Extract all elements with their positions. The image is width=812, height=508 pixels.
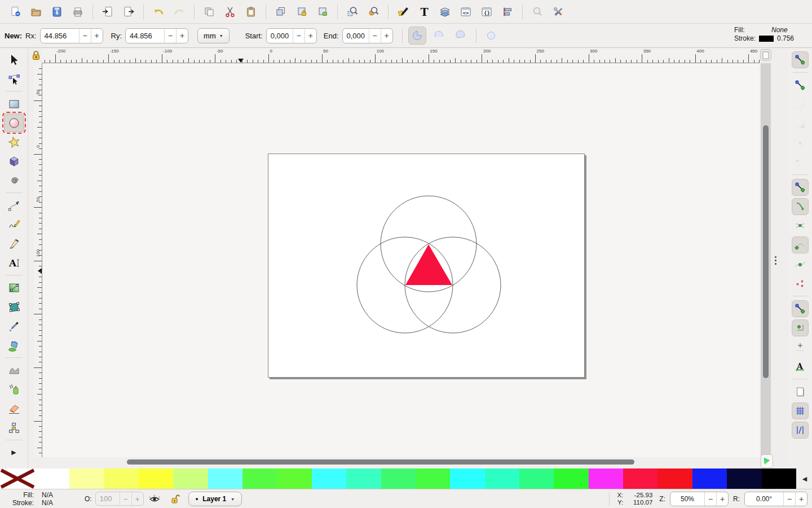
zoom-decrement-button[interactable]: − bbox=[704, 492, 716, 506]
tool-tweak[interactable] bbox=[4, 361, 24, 379]
arc-open-button[interactable] bbox=[430, 27, 448, 45]
palette-color-swatch[interactable] bbox=[35, 468, 69, 489]
palette-color-swatch[interactable] bbox=[104, 468, 139, 489]
palette-color-swatch[interactable] bbox=[657, 468, 692, 489]
paste-button[interactable] bbox=[242, 3, 259, 20]
opacity-increment-button[interactable]: + bbox=[131, 492, 143, 505]
ry-decrement-button[interactable]: − bbox=[164, 29, 176, 43]
zoom-increment-button[interactable]: + bbox=[716, 492, 728, 506]
new-document-button[interactable] bbox=[7, 3, 24, 20]
snap-grids-toggle[interactable] bbox=[792, 402, 809, 419]
copy-button[interactable] bbox=[201, 3, 218, 20]
end-increment-button[interactable]: + bbox=[381, 29, 392, 43]
tool-spiral[interactable] bbox=[4, 171, 24, 190]
palette-color-swatch[interactable] bbox=[485, 468, 519, 489]
palette-color-swatch[interactable] bbox=[346, 468, 381, 489]
palette-color-swatch[interactable] bbox=[416, 468, 450, 489]
unlink-clone-button[interactable] bbox=[314, 3, 331, 20]
snap-line-midpoints-toggle[interactable] bbox=[792, 275, 809, 292]
layer-lock-toggle[interactable] bbox=[168, 492, 182, 506]
palette-color-swatch[interactable] bbox=[623, 468, 657, 489]
canvas[interactable] bbox=[42, 63, 760, 457]
open-document-button[interactable] bbox=[28, 3, 45, 20]
tool-selector[interactable] bbox=[4, 50, 24, 69]
palette-color-swatch[interactable] bbox=[381, 468, 416, 489]
zoom-input[interactable]: 50% bbox=[670, 492, 704, 506]
tool-star[interactable] bbox=[4, 133, 24, 151]
tool-mesh-gradient[interactable] bbox=[4, 297, 24, 316]
vertical-ruler[interactable]: -50050100 bbox=[34, 63, 42, 457]
palette-color-swatch[interactable] bbox=[69, 468, 104, 489]
palette-color-swatch[interactable] bbox=[727, 468, 761, 489]
palette-color-swatch[interactable] bbox=[554, 468, 588, 489]
arc-slice-button[interactable] bbox=[408, 27, 426, 45]
drawn-triangle[interactable] bbox=[405, 244, 452, 285]
palette-color-swatch[interactable] bbox=[208, 468, 242, 489]
snap-bbox-edges-toggle[interactable] bbox=[792, 96, 809, 113]
snap-to-paths-toggle[interactable] bbox=[792, 198, 809, 215]
tool-connector[interactable] bbox=[4, 418, 24, 437]
palette-color-swatch[interactable] bbox=[589, 468, 623, 489]
snap-nodes-toggle[interactable] bbox=[792, 179, 809, 196]
arc-chord-button[interactable] bbox=[451, 27, 469, 45]
snap-rotation-center-toggle[interactable] bbox=[792, 339, 809, 356]
color-managed-view-button[interactable] bbox=[761, 454, 773, 468]
tool-pen[interactable] bbox=[4, 234, 24, 253]
preferences-button[interactable] bbox=[550, 3, 567, 20]
zoom-drawing-button[interactable] bbox=[365, 3, 382, 20]
tool-ellipse[interactable] bbox=[4, 113, 24, 132]
end-decrement-button[interactable]: − bbox=[369, 29, 381, 43]
opacity-decrement-button[interactable]: − bbox=[120, 492, 131, 505]
snap-path-intersections-toggle[interactable] bbox=[792, 217, 809, 234]
horizontal-scrollbar[interactable] bbox=[42, 457, 760, 467]
align-distribute-button[interactable] bbox=[499, 3, 516, 20]
layers-dialog-button[interactable] bbox=[436, 3, 453, 20]
palette-color-swatch[interactable] bbox=[519, 468, 554, 489]
snap-bbox-corners-toggle[interactable] bbox=[792, 115, 809, 132]
fill-stroke-status[interactable]: Fill: N/A Stroke: N/A bbox=[10, 491, 67, 507]
undo-button[interactable] bbox=[150, 3, 167, 20]
style-indicator[interactable]: Fill:None Stroke:0.756 bbox=[734, 26, 794, 43]
snap-cusp-nodes-toggle[interactable] bbox=[792, 237, 809, 253]
snap-bbox-centers-toggle[interactable] bbox=[792, 154, 809, 170]
tool-text[interactable]: A bbox=[4, 253, 24, 272]
layer-visibility-toggle[interactable] bbox=[148, 492, 161, 506]
zoom-selection-button[interactable] bbox=[344, 3, 361, 20]
create-clone-button[interactable] bbox=[293, 3, 310, 20]
palette-color-swatch[interactable] bbox=[312, 468, 346, 489]
snap-enabled-toggle[interactable] bbox=[792, 51, 809, 68]
snap-text-baseline-toggle[interactable]: A bbox=[792, 358, 809, 375]
sticky-zoom-button[interactable] bbox=[760, 49, 771, 61]
start-decrement-button[interactable]: − bbox=[293, 29, 304, 43]
palette-color-swatch[interactable] bbox=[173, 468, 208, 489]
palette-color-swatch[interactable] bbox=[762, 468, 796, 489]
text-dialog-button[interactable]: T bbox=[416, 3, 433, 20]
save-document-button[interactable] bbox=[48, 3, 65, 20]
snap-others-toggle[interactable] bbox=[792, 300, 809, 317]
tool-paint-bucket[interactable] bbox=[4, 336, 24, 354]
export-button[interactable] bbox=[120, 3, 137, 20]
rx-decrement-button[interactable]: − bbox=[79, 29, 91, 43]
opacity-input[interactable]: 100 bbox=[96, 492, 120, 505]
print-button[interactable] bbox=[69, 3, 86, 20]
tool-gradient[interactable] bbox=[4, 278, 24, 297]
document-properties-button[interactable]: {} bbox=[478, 3, 495, 20]
vertical-scrollbar-thumb[interactable] bbox=[763, 125, 769, 378]
rotation-input[interactable]: 0.00° bbox=[745, 492, 783, 506]
duplicate-button[interactable] bbox=[272, 3, 289, 20]
ry-input[interactable]: 44.856 bbox=[126, 29, 164, 43]
snap-bounding-box-toggle[interactable] bbox=[792, 77, 809, 94]
stroke-color-swatch[interactable] bbox=[759, 36, 774, 42]
palette-color-swatch[interactable] bbox=[692, 468, 727, 489]
palette-color-swatch[interactable] bbox=[450, 468, 484, 489]
tool-calligraphy[interactable] bbox=[4, 215, 24, 234]
tool-box-3d[interactable] bbox=[4, 152, 24, 170]
tool-spray[interactable] bbox=[4, 380, 24, 398]
tool-eraser[interactable] bbox=[4, 399, 24, 418]
document-page[interactable] bbox=[268, 154, 585, 378]
redo-button[interactable] bbox=[171, 3, 188, 20]
snap-bbox-edge-midpoints-toggle[interactable] bbox=[792, 134, 809, 151]
horizontal-ruler[interactable]: -200-150-100-500501001502002503003504004… bbox=[42, 48, 760, 63]
start-increment-button[interactable]: + bbox=[304, 29, 316, 43]
palette-color-swatch[interactable] bbox=[277, 468, 312, 489]
